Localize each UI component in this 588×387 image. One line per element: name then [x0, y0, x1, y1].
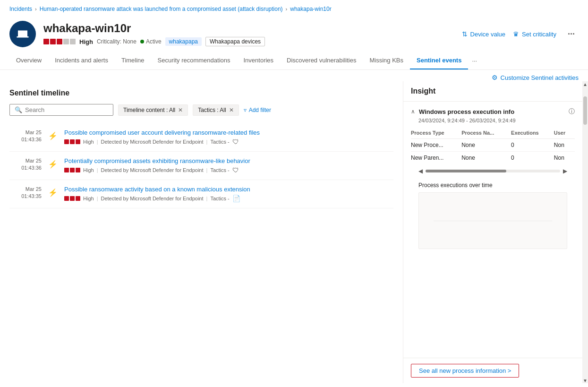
tab-inventories[interactable]: Inventories — [237, 52, 280, 69]
cell-process-type-0: New Proce... — [411, 139, 461, 152]
cell-process-name-0: None — [461, 139, 511, 152]
scrollbar-thumb[interactable] — [583, 96, 587, 125]
set-criticality-label: Set criticality — [522, 31, 556, 38]
source-text-2: Detected by Microsoft Defender for Endpo… — [101, 196, 203, 201]
tactics-label: Tactics : All — [198, 107, 226, 113]
tab-incidents-alerts[interactable]: Incidents and alerts — [48, 52, 115, 69]
table-row-0: New Proce... None 0 Non — [411, 139, 575, 152]
table-scrollbar[interactable]: ◀ ▶ — [411, 164, 575, 178]
event-title-0[interactable]: Possible compromised user account delive… — [64, 129, 393, 136]
event-body-2: Possible ransomware activity based on a … — [64, 186, 393, 202]
tab-sentinel-events[interactable]: Sentinel events — [410, 52, 468, 69]
timeline-event-0: Mar 25 01:43:36 ⚡ Possible compromised u… — [9, 123, 393, 152]
insight-panel: Insight ∧ Windows process execution info… — [403, 81, 582, 383]
cell-executions-1[interactable]: 0 — [511, 152, 554, 164]
source-text-1: Detected by Microsoft Defender for Endpo… — [101, 167, 203, 173]
tactics-text-2: Tactics - — [210, 196, 229, 201]
left-panel: Sentinel timeline 🔍 Timeline content : A… — [0, 81, 403, 383]
event-clock-2: 01:43:35 — [9, 193, 42, 200]
sev-dot-1-2 — [70, 168, 75, 172]
tab-discovered-vulnerabilities[interactable]: Discovered vulnerabilities — [280, 52, 363, 69]
search-input[interactable] — [25, 106, 108, 113]
sev-dots-2 — [64, 196, 80, 201]
sev-dot-1-3 — [76, 168, 80, 172]
cell-process-type-1: New Paren... — [411, 152, 461, 164]
tab-missing-kbs[interactable]: Missing KBs — [363, 52, 410, 69]
chart-line — [434, 221, 552, 221]
tab-security-recommendations[interactable]: Security recommendations — [151, 52, 237, 69]
sev-dot-0-2 — [70, 139, 75, 144]
timeline-content-filter[interactable]: Timeline content : All ✕ — [118, 104, 188, 116]
sep-1b: | — [206, 167, 208, 173]
info-icon[interactable]: ⓘ — [569, 107, 575, 116]
severity-dot-2 — [50, 39, 56, 44]
set-criticality-button[interactable]: ♛ Set criticality — [513, 30, 556, 38]
sentinel-timeline-title: Sentinel timeline — [9, 89, 393, 97]
tab-more-button[interactable]: ··· — [468, 52, 481, 69]
sev-dots-0 — [64, 139, 80, 144]
insight-table: Process Type Process Na... Executions Us… — [411, 128, 575, 164]
tab-timeline[interactable]: Timeline — [115, 52, 151, 69]
timeline-content-label: Timeline content : All — [123, 107, 175, 113]
severity-text-2: High — [83, 196, 94, 201]
add-filter-button[interactable]: ▿ Add filter — [244, 107, 271, 113]
scroll-right-arrow[interactable]: ▶ — [563, 168, 567, 174]
lightning-icon-2: ⚡ — [48, 188, 58, 197]
crown-icon: ♛ — [513, 30, 519, 38]
status-dot — [140, 40, 144, 43]
event-clock-1: 01:43:36 — [9, 164, 42, 172]
tactics-close[interactable]: ✕ — [229, 107, 234, 113]
scroll-left-arrow[interactable]: ◀ — [418, 168, 423, 174]
more-options-button[interactable]: ··· — [564, 27, 579, 41]
event-time-1: Mar 25 01:43:36 — [9, 157, 42, 172]
customize-sentinel-button[interactable]: ⚙ Customize Sentinel activities — [492, 74, 579, 81]
breadcrumb-current: whakapa-win10r — [290, 6, 331, 12]
device-info: whakapa-win10r High Criticality: None Ac… — [43, 22, 454, 46]
scrollbar-up-arrow[interactable]: ▲ — [582, 81, 588, 87]
breadcrumb: Incidents › Human-operated ransomware at… — [0, 0, 588, 16]
search-box[interactable]: 🔍 — [9, 104, 113, 116]
insight-section-header[interactable]: ∧ Windows process execution info ⓘ — [411, 107, 575, 116]
sev-dot-2-2 — [70, 196, 75, 201]
cell-executions-0[interactable]: 0 — [511, 139, 554, 152]
customize-label: Customize Sentinel activities — [501, 74, 579, 81]
right-scrollbar[interactable]: ▲ ▼ — [582, 81, 588, 383]
filters-bar: 🔍 Timeline content : All ✕ Tactics : All… — [9, 104, 393, 116]
col-process-type: Process Type — [411, 128, 461, 139]
event-icon-2: ⚡ — [47, 187, 59, 198]
sep-2: | — [97, 196, 98, 201]
gear-icon: ⚙ — [492, 74, 498, 81]
see-all-link[interactable]: See all new process information > — [411, 364, 519, 378]
insight-title: Insight — [403, 81, 582, 102]
insight-section: ∧ Windows process execution info ⓘ 24/03… — [403, 107, 582, 253]
chart-label: Process executions over time — [418, 182, 567, 189]
breadcrumb-incidents[interactable]: Incidents — [9, 6, 32, 12]
table-row-1: New Paren... None 0 Non — [411, 152, 575, 164]
device-value-label: Device value — [470, 31, 505, 38]
event-title-2[interactable]: Possible ransomware activity based on a … — [64, 186, 393, 193]
cell-user-1: Non — [554, 152, 575, 164]
header-actions: ⇅ Device value ♛ Set criticality ··· — [462, 27, 579, 41]
tactics-text-0: Tactics - — [210, 139, 229, 145]
severity-dot-3 — [57, 39, 62, 44]
tag-whakapapa[interactable]: whakapapa — [165, 37, 202, 46]
sort-icon: ⇅ — [462, 30, 468, 38]
event-clock-0: 01:43:36 — [9, 136, 42, 143]
scrollbar-down-arrow[interactable]: ▼ — [582, 378, 588, 383]
sep-2b: | — [206, 196, 208, 201]
tactics-filter[interactable]: Tactics : All ✕ — [193, 104, 239, 116]
timeline-content-close[interactable]: ✕ — [178, 107, 183, 113]
severity-dot-4 — [63, 39, 69, 44]
event-meta-1: High | Detected by Microsoft Defender fo… — [64, 166, 393, 174]
source-text-0: Detected by Microsoft Defender for Endpo… — [101, 139, 203, 145]
chevron-up-icon: ∧ — [411, 108, 415, 115]
col-process-name: Process Na... — [461, 128, 511, 139]
scroll-track[interactable] — [426, 170, 560, 172]
col-executions: Executions — [511, 128, 554, 139]
tab-overview[interactable]: Overview — [9, 52, 48, 69]
device-value-button[interactable]: ⇅ Device value — [462, 30, 505, 38]
breadcrumb-incident-detail[interactable]: Human-operated ransomware attack was lau… — [40, 6, 283, 12]
severity-text-0: High — [83, 139, 94, 145]
event-date-1: Mar 25 — [9, 157, 42, 164]
event-title-1[interactable]: Potentially compromised assets exhibitin… — [64, 157, 393, 164]
